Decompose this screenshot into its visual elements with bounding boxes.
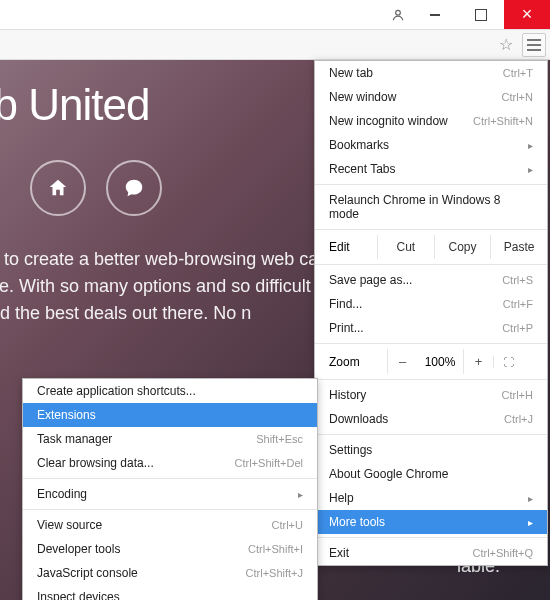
paste-button[interactable]: Paste [490,235,547,259]
menu-separator [315,229,547,230]
maximize-button[interactable] [458,0,504,29]
home-icon[interactable] [30,160,86,216]
bookmark-star-icon[interactable]: ☆ [494,33,518,57]
submenu-extensions[interactable]: Extensions [23,403,317,427]
window-titlebar: × [0,0,550,30]
menu-print-[interactable]: Print...Ctrl+P [315,316,547,340]
menu-help[interactable]: Help▸ [315,486,547,510]
menu-new-window[interactable]: New windowCtrl+N [315,85,547,109]
zoom-label: Zoom [329,355,387,369]
more-tools-submenu: Create application shortcuts...Extension… [22,378,318,600]
menu-separator [23,478,317,479]
menu-relaunch[interactable]: Relaunch Chrome in Windows 8 mode [315,188,547,226]
menu-exit[interactable]: Exit Ctrl+Shift+Q [315,541,547,565]
submenu-task-manager[interactable]: Task managerShift+Esc [23,427,317,451]
chevron-right-icon: ▸ [528,164,533,175]
submenu-javascript-console[interactable]: JavaScript consoleCtrl+Shift+J [23,561,317,585]
chevron-right-icon: ▸ [298,489,303,500]
copy-button[interactable]: Copy [434,235,491,259]
fullscreen-icon[interactable]: ⛶ [493,356,523,368]
menu-edit-row: Edit Cut Copy Paste [315,233,547,261]
menu-separator [315,343,547,344]
minimize-button[interactable] [412,0,458,29]
chrome-main-menu: New tabCtrl+TNew windowCtrl+NNew incogni… [314,60,548,566]
submenu-view-source[interactable]: View sourceCtrl+U [23,513,317,537]
chevron-right-icon: ▸ [528,517,533,528]
user-icon[interactable] [384,0,412,29]
menu-separator [315,434,547,435]
chevron-right-icon: ▸ [528,140,533,151]
menu-separator [23,509,317,510]
submenu-clear-browsing-data-[interactable]: Clear browsing data...Ctrl+Shift+Del [23,451,317,475]
chat-icon[interactable] [106,160,162,216]
menu-history[interactable]: HistoryCtrl+H [315,383,547,407]
menu-separator [315,379,547,380]
browser-toolbar: ☆ [0,30,550,60]
chevron-right-icon: ▸ [528,493,533,504]
zoom-value: 100% [417,355,463,369]
submenu-inspect-devices[interactable]: Inspect devices [23,585,317,600]
menu-recent-tabs[interactable]: Recent Tabs▸ [315,157,547,181]
menu-zoom-row: Zoom – 100% + ⛶ [315,347,547,376]
chrome-menu-button[interactable] [522,33,546,57]
menu-new-incognito-window[interactable]: New incognito windowCtrl+Shift+N [315,109,547,133]
menu-separator [315,264,547,265]
submenu-developer-tools[interactable]: Developer toolsCtrl+Shift+I [23,537,317,561]
menu-bookmarks[interactable]: Bookmarks▸ [315,133,547,157]
cut-button[interactable]: Cut [377,235,434,259]
menu-find-[interactable]: Find...Ctrl+F [315,292,547,316]
submenu-create-application-shortcuts-[interactable]: Create application shortcuts... [23,379,317,403]
zoom-out-button[interactable]: – [387,349,417,374]
menu-save-page-as-[interactable]: Save page as...Ctrl+S [315,268,547,292]
menu-separator [315,184,547,185]
menu-downloads[interactable]: DownloadsCtrl+J [315,407,547,431]
svg-point-0 [396,10,401,15]
menu-about-google-chrome[interactable]: About Google Chrome [315,462,547,486]
hamburger-icon [527,39,541,51]
submenu-encoding[interactable]: Encoding ▸ [23,482,317,506]
close-button[interactable]: × [504,0,550,29]
menu-separator [315,537,547,538]
zoom-in-button[interactable]: + [463,349,493,374]
menu-new-tab[interactable]: New tabCtrl+T [315,61,547,85]
menu-more-tools[interactable]: More tools▸ [315,510,547,534]
edit-label: Edit [329,240,377,254]
menu-settings[interactable]: Settings [315,438,547,462]
